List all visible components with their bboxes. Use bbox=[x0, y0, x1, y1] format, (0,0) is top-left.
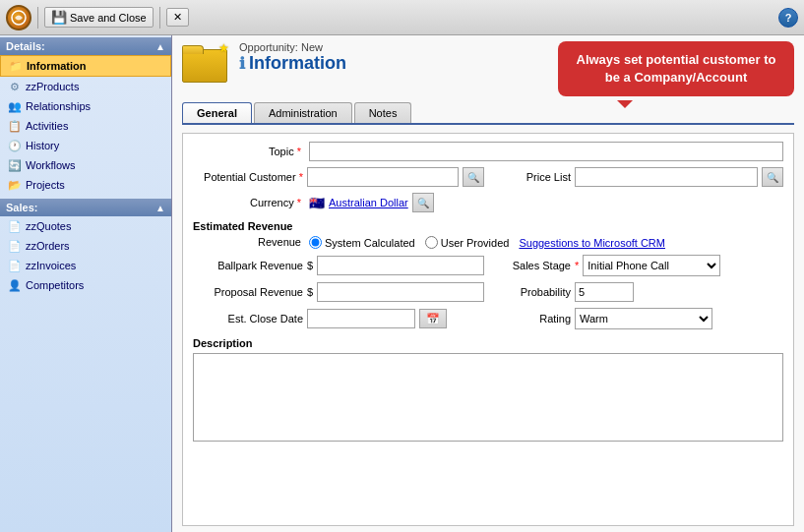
potential-customer-lookup-btn[interactable]: 🔍 bbox=[463, 167, 484, 187]
revenue-row: Revenue System Calculated User Provided … bbox=[193, 236, 783, 249]
radio-user-input[interactable] bbox=[425, 236, 438, 249]
tab-administration[interactable]: Administration bbox=[254, 102, 352, 123]
ballpark-revenue-input[interactable] bbox=[317, 256, 484, 275]
salesstage-col: Sales Stage * Initial Phone Call bbox=[492, 255, 783, 276]
radio-system-input[interactable] bbox=[309, 236, 322, 249]
sidebar-item-zzproducts[interactable]: ⚙ zzProducts bbox=[0, 77, 171, 96]
tab-notes[interactable]: Notes bbox=[354, 102, 412, 123]
calendar-btn[interactable]: 📅 bbox=[419, 309, 447, 328]
closedate-rating-row: Est. Close Date 📅 Rating Warm bbox=[193, 308, 783, 329]
sidebar-item-relationships[interactable]: 👥 Relationships bbox=[0, 96, 171, 116]
sidebar-item-label: Workflows bbox=[26, 159, 76, 171]
header-text: Opportunity: New ℹ Information bbox=[239, 41, 346, 74]
sales-stage-select[interactable]: Initial Phone Call bbox=[583, 255, 720, 276]
content-area: ★ Opportunity: New ℹ Information Always … bbox=[172, 35, 804, 532]
save-button-label: Save and Close bbox=[70, 12, 147, 24]
tooltip-bubble: Always set potential customer to be a Co… bbox=[558, 41, 794, 96]
ballpark-salesstage-row: Ballpark Revenue $ Sales Stage * Initial… bbox=[193, 255, 783, 276]
tab-general[interactable]: General bbox=[182, 102, 252, 123]
main-layout: Details: ▲ 📁 Information ⚙ zzProducts 👥 … bbox=[0, 35, 804, 532]
proposal-revenue-input[interactable] bbox=[317, 282, 484, 302]
sidebar-item-label: zzInvoices bbox=[26, 260, 76, 271]
est-close-date-label: Est. Close Date bbox=[193, 313, 303, 325]
radio-user-provided[interactable]: User Provided bbox=[425, 236, 510, 249]
ballpark-dollar: $ bbox=[307, 260, 313, 271]
currency-link[interactable]: Australian Dollar bbox=[329, 197, 408, 208]
sidebar-item-zzinvoices[interactable]: 📄 zzInvoices bbox=[0, 256, 171, 275]
app-logo bbox=[6, 5, 31, 30]
sales-stage-label: Sales Stage bbox=[492, 260, 571, 271]
help-button[interactable]: ? bbox=[778, 8, 798, 28]
crm-suggestions-link[interactable]: Suggestions to Microsoft CRM bbox=[519, 237, 665, 249]
currency-label: Currency * bbox=[193, 197, 301, 208]
topic-input[interactable] bbox=[309, 142, 783, 161]
rating-col: Rating Warm bbox=[492, 308, 783, 329]
toolbar-separator-1 bbox=[37, 7, 38, 29]
proposal-revenue-label: Proposal Revenue bbox=[193, 286, 303, 298]
info-icon: ℹ bbox=[239, 54, 245, 73]
price-list-input[interactable] bbox=[575, 167, 758, 187]
workflow-icon: 🔄 bbox=[8, 158, 22, 172]
sidebar-item-label: zzProducts bbox=[26, 81, 79, 92]
page-header: ★ Opportunity: New ℹ Information Always … bbox=[182, 41, 794, 96]
doc-icon: 📄 bbox=[8, 219, 22, 233]
price-list-col: Price List 🔍 bbox=[492, 167, 783, 187]
sidebar-item-competitors[interactable]: 👤 Competitors bbox=[0, 275, 171, 295]
sidebar-item-workflows[interactable]: 🔄 Workflows bbox=[0, 155, 171, 175]
price-list-label: Price List bbox=[492, 171, 571, 183]
folder-icon: 📁 bbox=[9, 59, 23, 73]
price-list-lookup-btn[interactable]: 🔍 bbox=[762, 167, 783, 187]
probability-label: Probability bbox=[492, 286, 571, 298]
toolbar: 💾 Save and Close ✕ ? bbox=[0, 0, 804, 35]
currency-row: Currency * 🇦🇺 Australian Dollar 🔍 bbox=[193, 193, 783, 212]
sidebar-item-projects[interactable]: 📂 Projects bbox=[0, 175, 171, 195]
sidebar-item-label: zzQuotes bbox=[26, 220, 71, 232]
sidebar-item-activities[interactable]: 📋 Activities bbox=[0, 116, 171, 136]
sidebar-item-zzquotes[interactable]: 📄 zzQuotes bbox=[0, 216, 171, 236]
sidebar-item-label: Relationships bbox=[26, 100, 91, 112]
history-icon: 🕐 bbox=[8, 139, 22, 152]
sidebar: Details: ▲ 📁 Information ⚙ zzProducts 👥 … bbox=[0, 35, 172, 532]
sales-collapse-btn[interactable]: ▲ bbox=[155, 203, 165, 213]
ballpark-col: Ballpark Revenue $ bbox=[193, 256, 484, 275]
revenue-label: Revenue bbox=[193, 236, 301, 248]
details-collapse-btn[interactable]: ▲ bbox=[155, 41, 165, 52]
save-icon: 💾 bbox=[51, 10, 67, 25]
sidebar-item-label: Activities bbox=[26, 120, 68, 132]
sidebar-item-label: Projects bbox=[26, 179, 65, 191]
close-icon: ✕ bbox=[173, 11, 182, 24]
info-title: ℹ Information bbox=[239, 53, 346, 74]
radio-system-calculated[interactable]: System Calculated bbox=[309, 236, 415, 249]
gear-icon: ⚙ bbox=[8, 80, 22, 93]
revenue-radio-group: System Calculated User Provided Suggesti… bbox=[309, 236, 665, 249]
currency-lookup-btn[interactable]: 🔍 bbox=[412, 193, 434, 212]
people-icon: 👥 bbox=[8, 99, 22, 113]
customer-pricelst-row: Potential Customer * 🔍 Price List 🔍 bbox=[193, 167, 783, 187]
currency-value-row: 🇦🇺 Australian Dollar 🔍 bbox=[309, 193, 434, 212]
toolbar-separator-2 bbox=[159, 7, 160, 29]
topic-required: * bbox=[297, 146, 301, 157]
currency-flag: 🇦🇺 bbox=[309, 196, 325, 210]
rating-select[interactable]: Warm bbox=[575, 308, 712, 329]
rating-label: Rating bbox=[492, 313, 571, 325]
project-icon: 📂 bbox=[8, 178, 22, 192]
close-button[interactable]: ✕ bbox=[166, 8, 189, 27]
topic-row: Topic * bbox=[193, 142, 783, 161]
probability-col: Probability bbox=[492, 282, 783, 302]
sidebar-item-zzorders[interactable]: 📄 zzOrders bbox=[0, 236, 171, 256]
details-section-header: Details: ▲ bbox=[0, 37, 171, 55]
sidebar-item-label: Competitors bbox=[26, 279, 84, 291]
sidebar-item-history[interactable]: 🕐 History bbox=[0, 136, 171, 155]
invoice-icon: 📄 bbox=[8, 259, 22, 272]
sidebar-item-information[interactable]: 📁 Information bbox=[0, 55, 171, 77]
opportunity-label: Opportunity: New bbox=[239, 41, 346, 53]
potential-customer-input[interactable] bbox=[307, 167, 459, 187]
competitors-icon: 👤 bbox=[8, 278, 22, 292]
est-close-date-input[interactable] bbox=[307, 309, 415, 328]
probability-input[interactable] bbox=[575, 282, 634, 302]
topic-label: Topic * bbox=[193, 146, 301, 157]
sales-section-header: Sales: ▲ bbox=[0, 199, 171, 216]
save-button[interactable]: 💾 Save and Close bbox=[44, 7, 154, 28]
potential-customer-col: Potential Customer * 🔍 bbox=[193, 167, 484, 187]
description-textarea[interactable] bbox=[193, 353, 783, 442]
